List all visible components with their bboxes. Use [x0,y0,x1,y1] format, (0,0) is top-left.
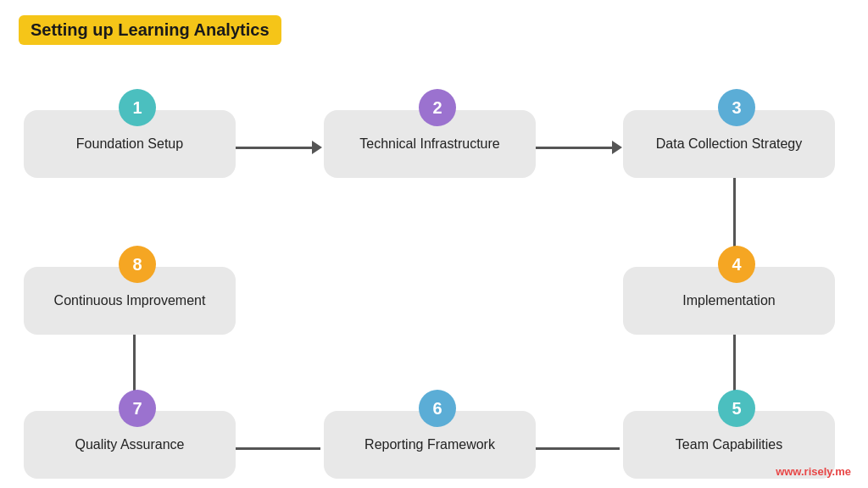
arrow-1-2 [236,141,322,154]
circle-8: 8 [119,246,156,283]
arrow-2-3 [536,141,622,154]
circle-3: 3 [718,89,755,126]
circle-4: 4 [718,246,755,283]
circle-2: 2 [419,89,456,126]
brand-label: www.risely.me [776,465,851,478]
page-title: Setting up Learning Analytics [19,15,281,45]
circle-1: 1 [119,89,156,126]
circle-6: 6 [419,390,456,427]
circle-5: 5 [718,390,755,427]
circle-7: 7 [119,390,156,427]
flow-diagram: Foundation Setup 1 Technical Infrastruct… [0,64,868,479]
